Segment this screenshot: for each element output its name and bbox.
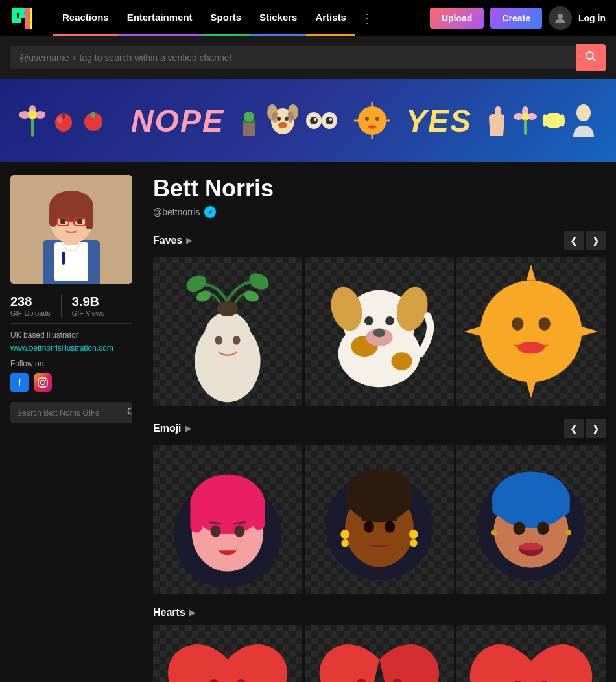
svg-point-34 — [326, 117, 333, 124]
create-button[interactable]: Create — [490, 8, 542, 29]
banner-flower2-icon — [514, 105, 537, 136]
profile-stats: 238 GIF Uploads 3.9B GIF Views — [10, 294, 132, 324]
giphy-logo-icon — [10, 6, 34, 30]
emoji-gif-grid — [153, 445, 606, 594]
hearts-section-title[interactable]: Hearts ▶ — [153, 607, 195, 618]
search-button[interactable] — [576, 44, 606, 71]
person-icon — [554, 12, 567, 25]
svg-point-103 — [517, 342, 544, 353]
banner-tomato-icon — [82, 109, 105, 132]
svg-point-91 — [364, 316, 373, 325]
nav-artists[interactable]: Artists — [306, 0, 355, 36]
banner-hand-icon — [485, 105, 508, 136]
svg-rect-57 — [54, 242, 88, 281]
svg-point-77 — [217, 301, 238, 316]
gif-item[interactable] — [305, 445, 454, 594]
svg-point-102 — [539, 317, 551, 331]
channel-search-button[interactable] — [121, 402, 132, 423]
svg-point-112 — [234, 525, 244, 537]
svg-line-114 — [233, 523, 245, 524]
faves-prev-button[interactable]: ❮ — [564, 231, 584, 250]
svg-point-71 — [45, 379, 46, 381]
search-small-icon — [127, 407, 132, 416]
website-link[interactable]: www.bettnorrisillustration.com — [10, 344, 132, 353]
svg-line-9 — [593, 58, 596, 62]
svg-point-82 — [215, 336, 222, 345]
banner-yes-text: YES — [406, 103, 472, 139]
profile-avatar — [10, 175, 132, 284]
nav-reactions[interactable]: Reactions — [53, 0, 118, 36]
gif-item[interactable] — [153, 257, 302, 406]
svg-rect-19 — [91, 112, 95, 118]
svg-point-140 — [565, 530, 571, 535]
upload-button[interactable]: Upload — [430, 8, 484, 29]
svg-rect-48 — [524, 119, 527, 135]
svg-point-90 — [391, 352, 412, 370]
gif-item[interactable] — [153, 625, 302, 682]
channel-search-input[interactable] — [10, 46, 576, 69]
svg-rect-5 — [25, 8, 30, 29]
header: Reactions Entertainment Sports Stickers … — [0, 0, 616, 36]
svg-point-50 — [543, 114, 547, 127]
gif-item[interactable] — [456, 257, 606, 406]
faves-chevron-icon: ▶ — [186, 236, 192, 245]
svg-rect-110 — [196, 499, 259, 517]
emoji-section-header: Emoji ▶ ❮ ❯ — [153, 419, 606, 438]
facebook-icon[interactable]: f — [10, 373, 29, 392]
instagram-icon[interactable] — [34, 373, 52, 392]
gif-item[interactable] — [456, 445, 606, 594]
follow-label: Follow on: — [10, 359, 132, 368]
svg-point-92 — [385, 316, 394, 325]
gif-item[interactable] — [305, 625, 454, 682]
gif-item[interactable] — [456, 625, 606, 682]
gif-views-stat: 3.9B GIF Views — [72, 294, 105, 317]
svg-point-136 — [537, 521, 549, 535]
profile-banner: NOPE — [0, 79, 616, 162]
channel-search-input[interactable] — [10, 403, 121, 423]
svg-point-42 — [375, 117, 379, 121]
gif-item[interactable] — [305, 257, 454, 406]
blue-face-illustration — [456, 445, 606, 594]
svg-rect-129 — [381, 517, 397, 521]
emoji-next-button[interactable]: ❯ — [586, 419, 606, 438]
svg-point-122 — [340, 530, 349, 539]
svg-point-111 — [211, 525, 221, 537]
social-icons: f — [10, 373, 132, 392]
svg-point-135 — [513, 521, 525, 535]
login-button[interactable]: Log in — [578, 13, 606, 23]
svg-point-76 — [204, 312, 252, 366]
search-icon — [585, 51, 597, 62]
dark-face-illustration — [305, 445, 454, 594]
instagram-logo-icon — [38, 377, 48, 388]
user-avatar-icon[interactable] — [549, 6, 572, 30]
svg-point-94 — [373, 328, 385, 337]
dog-illustration — [305, 257, 454, 406]
logo[interactable] — [10, 6, 38, 30]
faves-nav: ❮ ❯ — [564, 231, 606, 250]
nav-more-icon[interactable]: ⋮ — [355, 10, 379, 26]
emoji-chevron-icon: ▶ — [185, 424, 191, 433]
main-nav: Reactions Entertainment Sports Stickers … — [53, 0, 430, 36]
banner-nope-text: NOPE — [131, 103, 224, 139]
nav-entertainment[interactable]: Entertainment — [118, 0, 202, 36]
svg-point-52 — [576, 104, 591, 121]
faves-title-text: Faves — [153, 235, 182, 246]
profile-handle-text: @bettnorris — [153, 207, 200, 217]
svg-point-31 — [310, 117, 318, 124]
svg-rect-4 — [19, 13, 25, 18]
svg-point-96 — [480, 281, 582, 382]
sun-illustration — [456, 257, 606, 406]
emoji-prev-button[interactable]: ❮ — [564, 419, 584, 438]
svg-point-27 — [278, 122, 287, 128]
gif-item[interactable] — [153, 445, 302, 594]
emoji-section-title[interactable]: Emoji ▶ — [153, 423, 191, 434]
svg-point-123 — [341, 539, 349, 547]
main-content: 238 GIF Uploads 3.9B GIF Views UK based … — [0, 162, 616, 682]
svg-rect-6 — [30, 8, 32, 29]
stats-divider — [61, 294, 62, 317]
nav-stickers[interactable]: Stickers — [250, 0, 306, 36]
banner-sun-icon — [351, 100, 393, 141]
faves-next-button[interactable]: ❯ — [586, 231, 606, 250]
faves-section-title[interactable]: Faves ▶ — [153, 235, 192, 246]
nav-sports[interactable]: Sports — [202, 0, 251, 36]
